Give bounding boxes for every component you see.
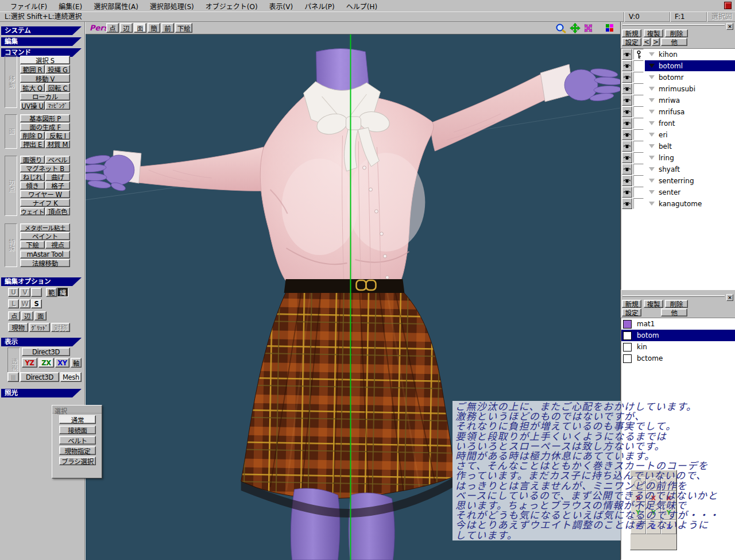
opt-s-button[interactable]: S — [31, 299, 42, 308]
cmd-bend-button[interactable]: 曲げ — [45, 173, 70, 181]
object-panel-grip[interactable] — [622, 24, 725, 26]
object-prev-button[interactable]: < — [643, 38, 651, 46]
opt-actual-button[interactable]: 現物 — [8, 323, 28, 332]
axis-x-button[interactable]: X — [646, 491, 662, 505]
menu-item[interactable]: 選択部属性(A) — [88, 0, 144, 12]
display-direct3d-button[interactable]: Direct3D — [22, 347, 70, 356]
object-duplicate-button[interactable]: 複製 — [644, 29, 663, 37]
panel-banner-lighting[interactable]: 照光 — [1, 389, 82, 397]
opt-grid-button[interactable]: ｸﾞﾘｯﾄﾞ — [29, 323, 50, 332]
selection-palette-title[interactable]: 選択 — [52, 405, 102, 414]
lock-cell[interactable] — [633, 164, 644, 175]
lock-cell[interactable] — [633, 72, 644, 83]
selection-lock-label[interactable]: 選択固定 — [706, 12, 735, 22]
visibility-eye-icon[interactable] — [622, 175, 632, 186]
axis-x-button[interactable]: X — [661, 491, 676, 505]
cmd-twist-button[interactable]: ねじれ — [20, 173, 45, 181]
display-zx-button[interactable]: ZX — [38, 358, 54, 368]
opt-u-button[interactable]: U — [8, 288, 19, 297]
expand-triangle-icon[interactable] — [649, 64, 655, 68]
cmd-scale-button[interactable]: 拡大 Q — [20, 83, 45, 92]
display-bars-button[interactable]: ||| — [7, 372, 19, 382]
visibility-eye-icon[interactable] — [622, 83, 632, 94]
opt-lasso-button[interactable]: 縄 — [57, 288, 68, 297]
object-list-row[interactable]: mriwa — [621, 95, 735, 106]
material-panel-grip[interactable] — [622, 295, 725, 297]
axis-panel-titlebar[interactable] — [630, 470, 676, 477]
selection-mode-button[interactable]: 通常 — [59, 415, 96, 424]
material-new-button[interactable]: 新規 — [622, 300, 641, 308]
cmd-uv-button[interactable]: UV操 U — [20, 101, 45, 110]
lock-cell[interactable] — [633, 175, 644, 186]
visibility-eye-icon[interactable] — [622, 129, 632, 140]
axis-x-button[interactable]: X — [630, 491, 646, 505]
viewport-mode-button[interactable]: 簡 — [148, 23, 160, 33]
menu-item[interactable]: 表示(V) — [264, 0, 299, 12]
display-direct3d2-button[interactable]: Direct3D — [20, 372, 59, 382]
lock-cell[interactable] — [633, 152, 644, 163]
expand-triangle-icon[interactable] — [649, 179, 655, 183]
axis-z-button[interactable]: Z — [630, 520, 646, 534]
cmd-weight-button[interactable]: ウェイト — [20, 207, 45, 215]
cmd-rotate-button[interactable]: 回転 C — [45, 83, 70, 92]
visibility-eye-icon[interactable] — [622, 106, 632, 117]
material-list-row[interactable]: kin — [621, 341, 735, 353]
cmd-material-button[interactable]: 材質 M — [45, 140, 70, 148]
cmd-delete-button[interactable]: 削除 D — [20, 132, 45, 140]
object-list-row[interactable]: lring — [621, 152, 735, 164]
display-yz-button[interactable]: YZ — [22, 358, 37, 368]
expand-triangle-icon[interactable] — [649, 98, 655, 102]
palette-icon[interactable] — [604, 23, 616, 33]
lock-cell[interactable] — [633, 83, 644, 94]
cmd-primitive-button[interactable]: 基本図形 P — [20, 114, 70, 122]
opt-edge-button[interactable]: 辺 — [21, 311, 33, 320]
object-list-row[interactable]: botoml — [621, 60, 735, 72]
opt-blank-button[interactable] — [31, 288, 42, 297]
opt-l-button[interactable]: L — [8, 299, 19, 308]
object-list-row[interactable]: botomr — [621, 72, 735, 83]
object-list-row[interactable]: mrifusa — [621, 106, 735, 118]
panel-banner-display[interactable]: 表示 — [1, 338, 82, 346]
material-duplicate-button[interactable]: 複製 — [644, 300, 663, 308]
display-mesh-button[interactable]: Mesh — [60, 372, 82, 382]
axis-y-button[interactable]: Y — [661, 505, 676, 520]
cmd-local-button[interactable]: ローカル — [20, 92, 70, 101]
lock-cell[interactable] — [633, 187, 644, 198]
cmd-paint-button[interactable]: ペイント — [20, 232, 70, 240]
object-list-row[interactable]: kihon — [621, 49, 735, 60]
opt-range-button[interactable]: 範 — [46, 288, 57, 297]
expand-triangle-icon[interactable] — [649, 52, 655, 56]
menu-item[interactable]: ヘルプ(H) — [341, 0, 383, 12]
axis-z-button[interactable]: Z — [661, 520, 676, 534]
expand-triangle-icon[interactable] — [649, 75, 655, 79]
object-panel-close-icon[interactable]: × — [726, 23, 733, 30]
material-settings-button[interactable]: 設定 — [622, 308, 641, 316]
visibility-eye-icon[interactable] — [622, 198, 632, 209]
viewport-mode-button[interactable]: 点 — [106, 23, 119, 33]
visibility-eye-icon[interactable] — [622, 95, 632, 106]
object-other-button[interactable]: 他 — [661, 38, 687, 46]
cmd-face-fill-button[interactable]: 面張り — [20, 156, 45, 164]
object-list-row[interactable]: front — [621, 118, 735, 129]
visibility-eye-icon[interactable] — [622, 164, 632, 175]
visibility-eye-icon[interactable] — [622, 60, 632, 71]
lock-cell[interactable] — [633, 95, 644, 106]
menu-item[interactable]: 選択部処理(S) — [144, 0, 200, 12]
selection-mode-button[interactable]: ブラシ選択 — [59, 457, 96, 465]
lock-cell[interactable] — [633, 198, 644, 209]
cmd-lasso-button[interactable]: 投縄 G — [45, 65, 70, 74]
expand-triangle-icon[interactable] — [649, 121, 655, 125]
cmd-tilt-button[interactable]: 傾き — [20, 181, 45, 190]
expand-triangle-icon[interactable] — [649, 144, 655, 148]
cmd-invert-button[interactable]: 反転 I — [45, 132, 70, 140]
material-delete-button[interactable]: 削除 — [665, 300, 688, 308]
cmd-normal-move-button[interactable]: 法線移動 — [20, 259, 70, 267]
object-list-row[interactable]: mrimusubi — [621, 83, 735, 95]
object-list-row[interactable]: senterring — [621, 175, 735, 187]
object-new-button[interactable]: 新規 — [622, 29, 641, 37]
lock-cell[interactable] — [633, 60, 644, 71]
cmd-move-button[interactable]: 移動 V — [20, 74, 70, 83]
visibility-eye-icon[interactable] — [622, 118, 632, 129]
zoom-icon[interactable] — [555, 23, 567, 33]
viewport-mode-button[interactable]: 前 — [161, 23, 174, 33]
